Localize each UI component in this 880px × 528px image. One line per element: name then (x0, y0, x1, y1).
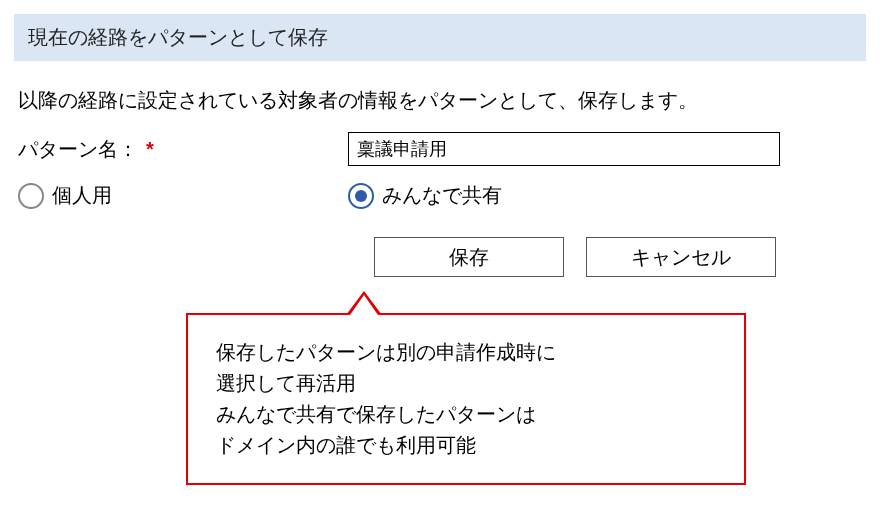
radio-shared[interactable]: みんなで共有 (348, 182, 502, 209)
pattern-name-input[interactable] (348, 132, 780, 166)
callout-tail-icon (346, 291, 382, 315)
radio-icon (18, 183, 44, 209)
callout-line: みんなで共有で保存したパターンは (216, 399, 716, 430)
button-row: 保存 キャンセル (374, 237, 880, 277)
required-mark: * (146, 138, 154, 161)
scope-radio-row: 個人用 みんなで共有 (18, 182, 862, 209)
radio-personal[interactable]: 個人用 (18, 182, 112, 209)
cancel-button[interactable]: キャンセル (586, 237, 776, 277)
cancel-button-label: キャンセル (631, 244, 731, 271)
save-button-label: 保存 (449, 244, 489, 271)
radio-shared-label: みんなで共有 (382, 182, 502, 209)
pattern-name-row: パターン名： * (18, 132, 862, 166)
callout: 保存したパターンは別の申請作成時に 選択して再活用 みんなで共有で保存したパター… (186, 313, 746, 485)
radio-dot-icon (355, 190, 367, 202)
radio-icon (348, 183, 374, 209)
section-header: 現在の経路をパターンとして保存 (14, 14, 866, 61)
radio-personal-col: 個人用 (18, 182, 348, 209)
pattern-name-label-col: パターン名： * (18, 136, 348, 163)
save-button[interactable]: 保存 (374, 237, 564, 277)
callout-line: 選択して再活用 (216, 368, 716, 399)
radio-personal-label: 個人用 (52, 182, 112, 209)
description-text: 以降の経路に設定されている対象者の情報をパターンとして、保存します。 (18, 87, 862, 114)
section-header-title: 現在の経路をパターンとして保存 (28, 26, 328, 48)
pattern-name-label: パターン名： (18, 136, 138, 163)
callout-line: 保存したパターンは別の申請作成時に (216, 337, 716, 368)
callout-box: 保存したパターンは別の申請作成時に 選択して再活用 みんなで共有で保存したパター… (186, 313, 746, 485)
callout-line: ドメイン内の誰でも利用可能 (216, 430, 716, 461)
